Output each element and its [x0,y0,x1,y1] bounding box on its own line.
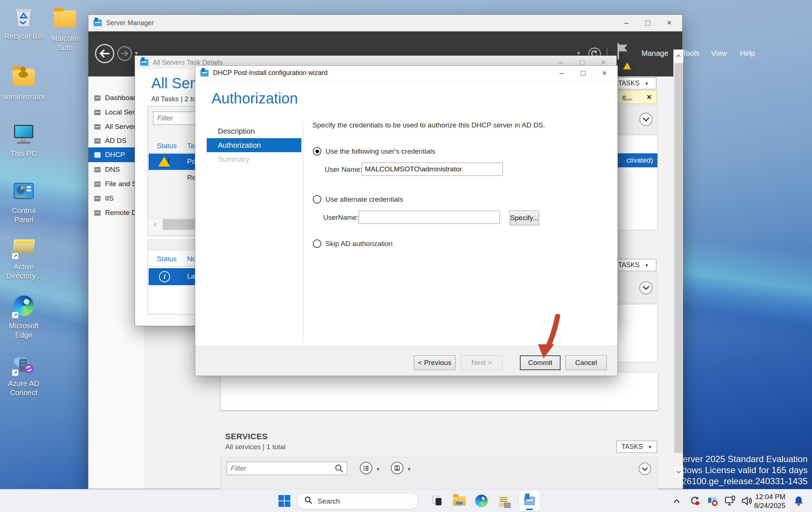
tray-volume-icon[interactable] [740,492,754,509]
dropdown-arrow-icon: ▼ [644,81,649,86]
vertical-scrollbar[interactable] [673,50,683,489]
tasks-dropdown[interactable]: TASKS ▼ [616,441,657,453]
scrollbar-thumb[interactable] [674,63,683,453]
user-name-input[interactable] [362,163,503,176]
shortcut-arrow-icon: ↗ [12,312,18,318]
scroll-up-icon[interactable] [674,50,683,62]
menu-view[interactable]: View [711,49,727,58]
edge-icon [475,495,488,507]
sidebar-item-label: All Servers [105,123,139,131]
dropdown-arrow-icon[interactable]: ▼ [407,467,411,471]
back-button[interactable] [95,44,114,63]
tray-overflow-button[interactable] [670,492,683,509]
radio-skip-authorization[interactable] [313,239,321,248]
dropdown-arrow-icon[interactable]: ▼ [376,467,380,471]
iis-icon [94,196,101,201]
clock[interactable]: 12:04 PM 8/24/2025 [754,492,785,510]
services-toolbar: ▼ ▼ [220,457,658,489]
close-icon[interactable]: × [659,18,680,28]
search-box[interactable]: Search [297,493,419,509]
menu-tools[interactable]: Tools [682,49,700,58]
computer-icon [12,123,35,146]
previous-button[interactable]: < Previous [414,355,456,370]
desktop-icon-active-directory[interactable]: ↗ Active Directory... [1,236,46,281]
radio-following-credentials[interactable] [313,147,321,156]
sidebar-item-label: AD DS [105,137,126,145]
shortcut-arrow-icon: ↗ [12,253,18,259]
admin-tools-button[interactable] [495,492,512,509]
bell-icon [794,496,803,506]
alt-user-name-label: UserName: [323,214,359,222]
radio-label: Use alternate credentials [325,195,403,204]
server-manager-titlebar[interactable]: Server Manager – □ × [88,15,682,31]
desktop-icon-this-pc[interactable]: This PC [1,123,46,158]
file-explorer-button[interactable] [450,492,468,509]
server-manager-taskbar-button[interactable] [519,491,540,511]
column-header-status[interactable]: Status [157,255,177,263]
alt-user-name-input[interactable] [359,211,500,224]
minimize-icon[interactable]: – [551,68,572,78]
minimize-icon[interactable]: – [616,18,637,28]
warning-mark: ! [168,158,170,165]
task-view-icon [431,495,443,507]
wizard-intro-text: Specify the credentials to be used to au… [312,121,601,129]
control-panel-icon [12,180,35,203]
task-view-button[interactable] [428,492,446,509]
notification-link[interactable]: e... [622,93,632,101]
scroll-left-icon[interactable]: ‹ [149,218,162,231]
start-button[interactable] [275,492,293,509]
desktop-icon-azure-ad-connect[interactable]: ↗ Azure AD Connect [1,352,46,397]
wizard-titlebar[interactable]: DHCP Post-Install configuration wizard –… [195,66,618,81]
folder-icon [53,7,77,31]
server-manager-icon [524,496,535,505]
collapse-chevron-icon[interactable] [639,462,651,475]
specify-button[interactable]: Specify... [510,211,539,225]
maximize-icon[interactable]: □ [572,68,594,78]
menu-manage[interactable]: Manage [642,49,668,58]
services-filter-input[interactable] [227,462,347,475]
server-manager-icon [200,70,209,76]
search-icon [335,464,344,475]
warning-mark: ! [630,65,631,70]
notification-bell-button[interactable] [791,492,807,509]
tray-server-status-icon[interactable] [705,492,720,509]
radio-label: Use the following user's credentials [325,147,435,156]
tray-sync-icon[interactable] [687,492,703,509]
column-header-status[interactable]: Status [157,142,177,150]
list-view-button[interactable] [360,462,372,474]
sidebar-item-label: DHCP [105,151,125,159]
radio-alternate-credentials[interactable] [313,195,321,204]
collapse-chevron-icon[interactable] [639,113,653,126]
ad-ds-icon [94,138,101,144]
desktop-icon-recycle-bin[interactable]: Recycle Bin [1,5,46,41]
next-button: Next > [461,355,503,370]
desktop-icon-malcolm-soto[interactable]: Malcolm Soto [43,7,87,52]
file-storage-icon [94,181,101,187]
menu-help[interactable]: Help [740,49,755,58]
close-icon[interactable]: × [594,68,615,78]
desktop-icon-control-panel[interactable]: Control Panel [1,180,46,225]
step-description[interactable]: Description [207,124,301,138]
desktop-icon-label: administrator [2,92,45,102]
sidebar-item-label: Dashboard [105,94,139,102]
dropdown-arrow-icon: ▼ [648,445,652,449]
user-name-label: User Name: [325,165,362,174]
step-authorization[interactable]: Authorization [207,138,301,152]
cancel-button[interactable]: Cancel [565,355,607,370]
edge-button[interactable] [473,492,490,509]
save-view-button[interactable] [391,462,403,474]
notifications-flag-icon[interactable] [616,43,629,61]
scroll-down-icon[interactable] [674,465,683,478]
desktop-icon-microsoft-edge[interactable]: ↗ Microsoft Edge [1,295,46,340]
server-manager-icon [140,59,148,66]
close-icon[interactable]: × [647,92,652,102]
windows-logo-icon [278,495,290,507]
collapse-chevron-icon[interactable] [639,281,653,294]
desktop-icon-administrator[interactable]: administrator [1,66,46,102]
maximize-icon[interactable]: □ [637,18,659,28]
clock-date: 8/24/2025 [754,501,785,510]
forward-button[interactable] [117,46,132,61]
tasks-label: TASKS [618,79,640,87]
folder-icon [453,496,466,506]
tray-network-icon[interactable] [723,492,738,509]
